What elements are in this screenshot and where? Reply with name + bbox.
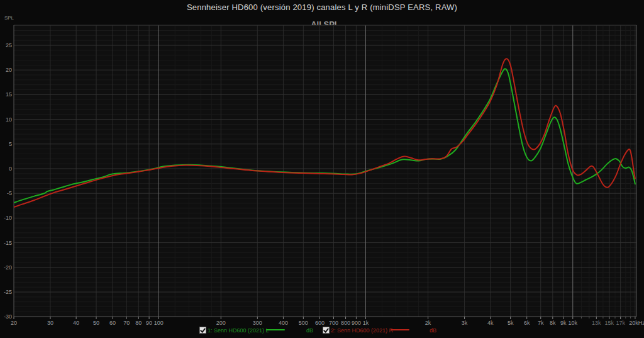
x-tick-label: 20kHz <box>629 320 644 326</box>
rew-spl-window: Sennheiser HD600 (versión 2019) canales … <box>0 0 644 338</box>
x-tick-label: 50 <box>93 320 99 326</box>
plot-area[interactable] <box>14 25 636 317</box>
y-tick-label: 20 <box>6 67 12 73</box>
legend-checkbox-left-icon[interactable] <box>199 327 206 334</box>
x-tick-label: 20 <box>11 320 17 326</box>
y-tick-label: -10 <box>4 215 12 221</box>
legend-label-right[interactable]: 2: Senn HD600 (2021) R <box>331 327 393 334</box>
x-tick-label: 700 <box>329 320 338 326</box>
x-tick-label: 6k <box>524 320 530 326</box>
y-tick-label: -25 <box>4 289 12 295</box>
x-tick-label: 15k <box>604 320 614 326</box>
x-tick-label: 9k <box>560 320 567 326</box>
legend-swatch-right-icon <box>391 329 409 330</box>
legend-label-left[interactable]: 1: Senn HD600 (2021) L <box>208 327 269 334</box>
x-tick-label: 13k <box>592 320 601 326</box>
y-tick-label: -30 <box>4 313 12 320</box>
legend-checkbox-right-icon[interactable] <box>323 327 330 334</box>
y-tick-label: 0 <box>9 166 12 172</box>
y-tick-label: 5 <box>9 141 12 147</box>
x-tick-label: 7k <box>538 320 544 326</box>
x-tick-label: 40 <box>73 320 79 326</box>
x-tick-label: 30 <box>47 320 53 326</box>
x-tick-label: 60 <box>109 320 116 326</box>
x-tick-label: 900 <box>352 320 361 326</box>
x-tick-label: 300 <box>253 320 262 326</box>
x-tick-label: 800 <box>341 320 350 326</box>
y-axis-unit-label: SPL <box>4 15 14 21</box>
x-tick-label: 3k <box>462 320 468 326</box>
y-tick-label: 15 <box>6 91 12 98</box>
x-tick-label: 1k <box>363 320 369 326</box>
x-tick-label: 8k <box>550 320 556 326</box>
x-tick-label: 80 <box>135 320 142 326</box>
x-tick-label: 2k <box>425 320 431 326</box>
x-tick-label: 5k <box>508 320 514 326</box>
x-tick-label: 10k <box>569 320 578 326</box>
x-axis-labels: 2030405060708090100200300400500600700800… <box>11 317 644 326</box>
y-tick-label: 25 <box>6 42 12 48</box>
x-tick-label: 600 <box>315 320 325 326</box>
y-tick-label: 10 <box>6 116 12 123</box>
y-tick-label: -5 <box>7 190 12 196</box>
legend-swatch-left-icon <box>266 329 285 330</box>
y-tick-label: -20 <box>4 264 12 271</box>
legend-unit-right: dB <box>430 327 436 334</box>
spl-graph[interactable]: 2030405060708090100200300400500600700800… <box>0 0 644 338</box>
x-tick-label: 100 <box>154 320 164 326</box>
y-axis-labels: 2520151050-5-10-15-20-25-30SPL <box>4 15 14 320</box>
x-tick-label: 500 <box>299 320 308 326</box>
y-tick-label: -15 <box>4 240 12 246</box>
x-tick-label: 17k <box>616 320 625 326</box>
x-tick-label: 90 <box>146 320 152 326</box>
x-tick-label: 200 <box>216 320 226 326</box>
x-tick-label: 400 <box>279 320 288 326</box>
legend-unit-left: dB <box>306 327 313 334</box>
x-tick-label: 70 <box>123 320 130 326</box>
x-tick-label: 4k <box>487 320 494 326</box>
